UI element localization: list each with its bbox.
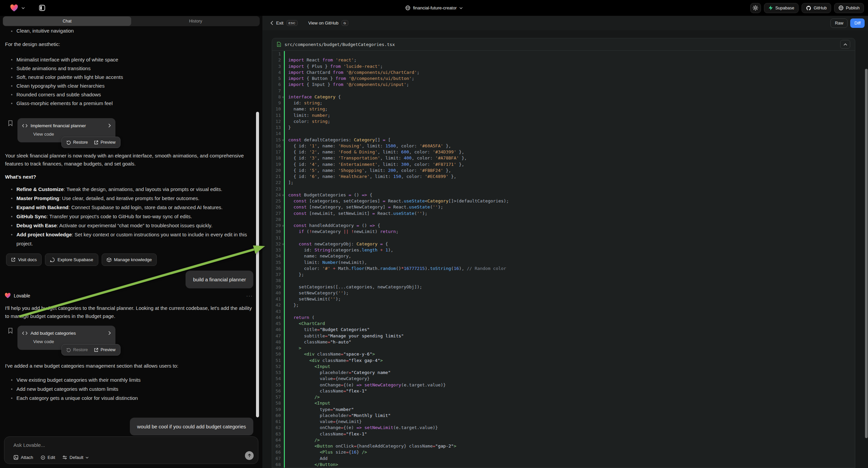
back-chevron-icon[interactable]: [271, 21, 273, 25]
code-line: 65 <Button onClick={handleAddCategory} c…: [272, 443, 855, 449]
code-line: 63 className="flex-1": [272, 431, 855, 437]
tab-chat[interactable]: Chat: [3, 17, 131, 26]
code-line: 54 value={newCategory}: [272, 376, 855, 382]
whats-next-list: Refine & Customize: Tweak the design, an…: [0, 185, 252, 248]
manage-knowledge-button[interactable]: Manage knowledge: [102, 254, 157, 266]
code-line: 64 />: [272, 437, 855, 443]
code-line: 17 { id: '2', name: 'Food & Dining', lim…: [272, 149, 855, 155]
code-line: 36 color: '#' + Math.floor(Math.random()…: [272, 266, 855, 272]
file-card-header[interactable]: src/components/budget/BudgetCategories.t…: [272, 38, 855, 51]
tab-history[interactable]: History: [131, 16, 260, 26]
code-line: 48 className="h-auto": [272, 339, 855, 345]
composer-placeholder: Ask Lovable...: [13, 442, 45, 448]
github-button[interactable]: GitHub: [802, 3, 831, 13]
raw-toggle-button[interactable]: Raw: [830, 19, 847, 28]
bookmark-icon[interactable]: [8, 120, 13, 126]
added-bullet-list: View existing budget categories with the…: [0, 375, 252, 403]
collapse-file-button[interactable]: [840, 40, 850, 49]
code-line: 11 limit: number;: [272, 113, 855, 118]
preview-button[interactable]: Preview: [94, 140, 116, 145]
restore-button[interactable]: Restore: [66, 348, 88, 352]
code-line: 25 const [categories, setCategories] = R…: [272, 198, 855, 204]
code-panel-scrollbar[interactable]: [865, 69, 868, 438]
code-line: 15vconst defaultCategories: Category[] =…: [272, 137, 855, 143]
version-card-add-budget-categories[interactable]: Add budget categories View code Restore …: [18, 326, 116, 350]
code-line: 16 { id: '1', name: 'Housing', limit: 15…: [272, 143, 855, 149]
attach-button[interactable]: Attach: [13, 455, 33, 460]
code-editor[interactable]: 12import React from 'react';3import { Pl…: [272, 51, 855, 468]
diff-added-gutter: [284, 51, 285, 468]
code-line: 33 id: String(categories.length + 1),: [272, 247, 855, 253]
chevron-down-icon: [86, 457, 89, 459]
restore-preview-pill: Restore Preview: [61, 137, 120, 148]
list-item: Master Prompting: Use clear, detailed, a…: [17, 194, 199, 203]
chat-history-tabs: Chat History: [3, 16, 260, 26]
view-code-link[interactable]: View code: [33, 339, 111, 344]
visit-docs-button[interactable]: Visit docs: [6, 254, 41, 266]
list-item: Glass-morphic elements for a premium fee…: [17, 99, 113, 108]
list-item: Rounded corners and subtle shadows: [17, 90, 101, 99]
code-icon: [22, 331, 28, 335]
code-line: 6import { Input } from '@/components/ui/…: [272, 82, 855, 88]
more-options-button[interactable]: ···: [246, 293, 253, 298]
chevron-right-icon[interactable]: [108, 123, 111, 127]
code-line: 19 { id: '4', name: 'Entertainment', lim…: [272, 162, 855, 168]
send-button[interactable]: [245, 451, 254, 460]
settings-button[interactable]: [750, 3, 761, 13]
edit-button[interactable]: Edit: [40, 455, 55, 460]
code-line: 9 id: string;: [272, 100, 855, 106]
code-panel: Exit ESC View on GitHub G Raw Diff src/c…: [262, 16, 868, 468]
github-icon: [806, 5, 811, 11]
view-on-github-button[interactable]: View on GitHub: [308, 21, 339, 26]
code-line: 58 <Input: [272, 400, 855, 406]
assistant-message: Your sleek financial planner is now read…: [5, 152, 256, 168]
code-line: 3import { Plus } from 'lucide-react';: [272, 63, 855, 69]
list-item: Add new budget categories with custom li…: [17, 384, 118, 393]
code-line: 24vconst BudgetCategories = () => {: [272, 192, 855, 198]
code-line: 29v const handleAddCategory = () => {: [272, 223, 855, 229]
supabase-button[interactable]: Supabase: [764, 3, 799, 13]
supabase-icon: [768, 5, 773, 10]
chevron-down-icon: [459, 7, 463, 9]
mode-selector[interactable]: Default: [62, 455, 89, 460]
diff-toggle-button[interactable]: Diff: [850, 19, 865, 28]
code-lines: 12import React from 'react';3import { Pl…: [272, 51, 855, 468]
target-icon: [40, 455, 45, 460]
lovable-heart-icon: [5, 293, 11, 298]
project-switcher[interactable]: financial-future-creator: [0, 0, 868, 16]
code-line: 55 onChange={(e) => setNewCategory(e.tar…: [272, 382, 855, 388]
chat-scrollbar[interactable]: [256, 112, 259, 417]
chevron-right-icon[interactable]: [108, 331, 111, 335]
code-line: 22];: [272, 180, 855, 186]
code-line: 49 >: [272, 345, 855, 351]
code-line: 10 name: string;: [272, 106, 855, 112]
publish-button[interactable]: Publish: [834, 3, 864, 13]
project-name: financial-future-creator: [413, 5, 457, 10]
app-window: financial-future-creator: [0, 0, 868, 468]
list-item: Refine & Customize: Tweak the design, an…: [17, 185, 222, 194]
view-code-link[interactable]: View code: [33, 131, 111, 137]
list-item: Debug with Ease: Activate our experiment…: [17, 221, 212, 230]
code-line: 50 <div className="space-y-6">: [272, 351, 855, 357]
code-line: 67 Add: [272, 456, 855, 462]
code-line: 21 { id: '6', name: 'Healthcare', limit:…: [272, 174, 855, 180]
code-line: 20 { id: '5', name: 'Shopping', limit: 2…: [272, 168, 855, 174]
code-line: 38: [272, 277, 855, 284]
restore-button[interactable]: Restore: [66, 140, 88, 145]
explore-supabase-button[interactable]: Explore Supabase: [45, 254, 98, 266]
globe-icon: [838, 5, 843, 10]
assistant-message: I've added a new budget categories manag…: [5, 362, 257, 370]
external-link-icon: [11, 258, 16, 262]
code-line: 66 <Plus size={16} />: [272, 449, 855, 455]
list-item: Clean, intuitive navigation: [0, 27, 255, 35]
exit-button[interactable]: Exit: [276, 21, 283, 26]
version-card-implement-financial-planner[interactable]: Implement financial planner View code Re…: [18, 118, 116, 142]
code-line: 1: [272, 51, 855, 57]
code-line: 44 return (: [272, 315, 855, 321]
code-line: 8vinterface Category {: [272, 94, 855, 100]
bookmark-icon[interactable]: [8, 328, 13, 334]
sliders-icon: [62, 455, 67, 460]
code-line: 45 <ChartCard: [272, 321, 855, 327]
chat-composer[interactable]: Ask Lovable... Attach Edit Default: [4, 436, 258, 464]
preview-button[interactable]: Preview: [94, 348, 116, 352]
